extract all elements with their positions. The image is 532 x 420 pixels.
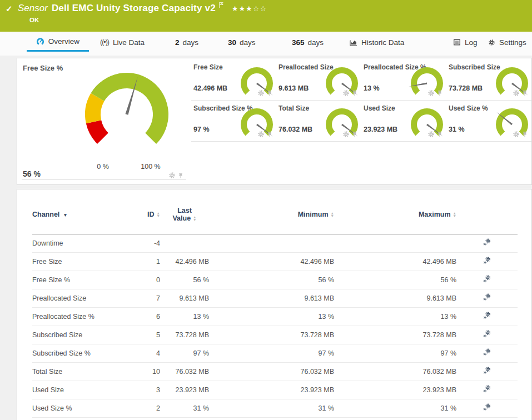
pin-icon[interactable] — [436, 89, 443, 99]
stars-empty: ☆☆ — [253, 4, 267, 13]
channel-settings-cell — [456, 381, 518, 399]
table-row: Subscribed Size %497 %97 %97 % — [32, 344, 518, 362]
pin-icon[interactable] — [266, 89, 273, 99]
col-header-id[interactable]: ID▲▼ — [130, 189, 160, 234]
col-header-minimum[interactable]: Minimum▲▼ — [209, 189, 334, 234]
sensor-title: Dell EMC Unity Storage Capacity v2 — [52, 3, 216, 14]
channel-name[interactable]: Free Size — [32, 252, 130, 271]
tab-label: Historic Data — [361, 38, 404, 47]
mini-gauge-title: Used Size % — [449, 104, 488, 112]
channel-settings-icon[interactable] — [483, 366, 491, 377]
channel-minimum: 42.496 MB — [209, 252, 334, 271]
tab-number: 2 — [175, 38, 180, 47]
historic-data-icon — [349, 38, 357, 47]
priority-stars[interactable]: ★★★☆☆ — [232, 4, 267, 13]
channel-maximum: 42.496 MB — [334, 252, 456, 271]
pin-icon[interactable] — [351, 130, 358, 140]
mini-gauge-title: Subscribed Size — [449, 63, 500, 71]
tab-365-days[interactable]: 365days — [292, 33, 324, 52]
tab-label: Overview — [48, 37, 79, 46]
sensor-status-header: ✓ Sensor Dell EMC Unity Storage Capacity… — [0, 0, 532, 32]
table-row: Preallocated Size79.613 MB9.613 MB9.613 … — [32, 289, 518, 307]
mini-gauge-title: Used Size — [364, 104, 395, 112]
mini-gauge-title: Free Size — [193, 63, 223, 71]
sort-icon[interactable]: ▲▼ — [331, 212, 334, 218]
channel-id: 5 — [130, 326, 160, 344]
gear-icon[interactable] — [342, 89, 350, 99]
gear-icon[interactable] — [257, 130, 265, 140]
sort-icon[interactable]: ▲▼ — [157, 212, 160, 218]
channel-name[interactable]: Preallocated Size — [32, 289, 130, 307]
priority-flag-icon[interactable] — [218, 1, 224, 11]
gear-icon[interactable] — [257, 89, 265, 99]
channel-settings-icon[interactable] — [483, 329, 491, 340]
mini-gauge-used-size-pct: Used Size %31 % — [446, 101, 531, 142]
col-header-channel[interactable]: Channel▼ — [32, 189, 130, 234]
tab-historic-data[interactable]: Historic Data — [349, 33, 404, 52]
pin-icon[interactable] — [266, 130, 273, 140]
channel-settings-icon[interactable] — [483, 238, 491, 248]
gear-icon[interactable] — [513, 89, 520, 99]
channel-name[interactable]: Free Size % — [32, 271, 130, 289]
tab-label: Settings — [499, 38, 526, 47]
main-gauge-free-size-pct: Free Size % 0 % 100 % 56 % — [17, 58, 191, 184]
gauge-scale-min: 0 % — [92, 163, 114, 171]
main-gauge-title: Free Size % — [23, 64, 63, 72]
gear-icon[interactable] — [513, 130, 520, 140]
channel-settings-icon[interactable] — [483, 403, 491, 413]
channel-name[interactable]: Preallocated Size % — [32, 307, 130, 326]
tab-settings[interactable]: Settings — [488, 33, 526, 52]
table-row: Used Size %231 %31 %31 % — [32, 399, 518, 417]
channel-settings-icon[interactable] — [483, 293, 491, 303]
channel-id: 3 — [130, 381, 160, 399]
gauges-panel: Free Size % 0 % 100 % 56 % Free Size42.4… — [17, 58, 532, 185]
table-row: Free Size %056 %56 %56 % — [32, 271, 518, 289]
channel-name[interactable]: Used Size % — [32, 399, 130, 417]
channel-settings-cell — [456, 289, 518, 307]
pin-icon[interactable] — [521, 130, 528, 140]
table-row: Total Size1076.032 MB76.032 MB76.032 MB — [32, 362, 518, 381]
mini-gauges-grid: Free Size42.496 MBPreallocated Size9.613… — [191, 59, 531, 142]
col-header-maximum[interactable]: Maximum▲▼ — [334, 189, 456, 234]
mini-gauge-subscribed-size-pct: Subscribed Size %97 % — [191, 101, 276, 142]
log-icon — [453, 38, 461, 46]
channel-last-value: 31 % — [160, 399, 209, 417]
table-header-row: Channel▼ ID▲▼ LastValue▲▼ Minimum▲▼ Maxi… — [32, 189, 518, 234]
sort-icon[interactable]: ▲▼ — [453, 212, 456, 218]
pin-icon[interactable] — [351, 89, 358, 99]
channel-maximum: 23.923 MB — [334, 381, 456, 399]
pin-icon[interactable] — [436, 130, 443, 140]
channel-minimum: 31 % — [209, 399, 334, 417]
channel-settings-icon[interactable] — [483, 274, 491, 285]
channel-name[interactable]: Total Size — [32, 362, 130, 381]
mini-gauge-value: 23.923 MB — [364, 126, 397, 133]
mini-gauge-total-size: Total Size76.032 MB — [276, 101, 361, 142]
table-row: Used Size323.923 MB23.923 MB23.923 MB — [32, 381, 518, 399]
tab-overview[interactable]: Overview — [27, 33, 89, 52]
main-gauge-dial — [82, 67, 171, 165]
sort-desc-icon[interactable]: ▼ — [63, 212, 67, 218]
channel-id: 7 — [130, 289, 160, 307]
channel-settings-icon[interactable] — [483, 256, 491, 267]
channel-settings-icon[interactable] — [483, 348, 491, 358]
tab-2-days[interactable]: 2days — [175, 33, 198, 52]
col-header-last-value[interactable]: LastValue▲▼ — [160, 189, 209, 234]
divider — [22, 179, 186, 180]
gear-icon[interactable] — [427, 130, 435, 140]
channel-maximum: 31 % — [334, 399, 456, 417]
tab-log[interactable]: Log — [453, 33, 478, 52]
gear-icon[interactable] — [342, 130, 350, 140]
gear-icon[interactable] — [427, 89, 435, 99]
channel-name[interactable]: Used Size — [32, 381, 130, 399]
tab-30-days[interactable]: 30days — [228, 33, 256, 52]
table-row: Subscribed Size573.728 MB73.728 MB73.728… — [32, 326, 518, 344]
tab-live-data[interactable]: ((•))Live Data — [100, 33, 145, 52]
sort-icon[interactable]: ▲▼ — [193, 216, 196, 222]
channel-settings-icon[interactable] — [483, 311, 491, 322]
channel-name[interactable]: Downtime — [32, 234, 130, 252]
pin-icon[interactable] — [521, 89, 528, 99]
channel-name[interactable]: Subscribed Size — [32, 326, 130, 344]
gear-icon — [488, 39, 495, 46]
channel-settings-icon[interactable] — [483, 384, 491, 395]
channel-name[interactable]: Subscribed Size % — [32, 344, 130, 362]
